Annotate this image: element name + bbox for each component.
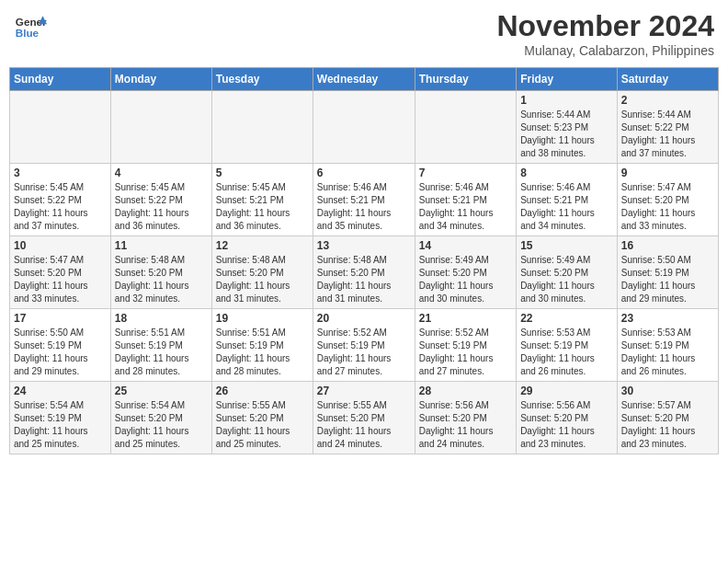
day-cell: 18Sunrise: 5:51 AM Sunset: 5:19 PM Dayli… <box>110 309 211 382</box>
day-cell: 16Sunrise: 5:50 AM Sunset: 5:19 PM Dayli… <box>617 236 718 309</box>
day-cell <box>110 91 211 164</box>
day-cell: 7Sunrise: 5:46 AM Sunset: 5:21 PM Daylig… <box>415 164 516 236</box>
day-number: 12 <box>216 239 309 252</box>
day-cell: 20Sunrise: 5:52 AM Sunset: 5:19 PM Dayli… <box>313 309 415 382</box>
day-info: Sunrise: 5:47 AM Sunset: 5:20 PM Dayligh… <box>14 254 107 305</box>
day-info: Sunrise: 5:56 AM Sunset: 5:20 PM Dayligh… <box>520 399 613 451</box>
day-info: Sunrise: 5:47 AM Sunset: 5:20 PM Dayligh… <box>621 181 714 233</box>
day-number: 14 <box>419 239 512 252</box>
day-cell: 2Sunrise: 5:44 AM Sunset: 5:22 PM Daylig… <box>617 91 718 164</box>
weekday-saturday: Saturday <box>617 68 718 91</box>
day-number: 26 <box>216 385 309 397</box>
day-number: 11 <box>115 239 208 252</box>
day-number: 28 <box>419 385 512 397</box>
svg-text:Blue: Blue <box>16 27 40 39</box>
day-number: 2 <box>621 94 714 107</box>
day-cell: 4Sunrise: 5:45 AM Sunset: 5:22 PM Daylig… <box>110 164 211 236</box>
day-info: Sunrise: 5:48 AM Sunset: 5:20 PM Dayligh… <box>317 254 411 305</box>
day-number: 29 <box>520 385 613 397</box>
day-info: Sunrise: 5:53 AM Sunset: 5:19 PM Dayligh… <box>520 327 613 378</box>
day-info: Sunrise: 5:52 AM Sunset: 5:19 PM Dayligh… <box>317 327 411 378</box>
weekday-sunday: Sunday <box>10 68 111 91</box>
day-info: Sunrise: 5:55 AM Sunset: 5:20 PM Dayligh… <box>216 399 309 451</box>
day-info: Sunrise: 5:55 AM Sunset: 5:20 PM Dayligh… <box>317 399 411 451</box>
page-header: General Blue November 2024 Mulanay, Cala… <box>9 9 719 58</box>
day-cell: 21Sunrise: 5:52 AM Sunset: 5:19 PM Dayli… <box>415 309 516 382</box>
day-number: 30 <box>621 385 714 397</box>
day-number: 7 <box>419 167 512 179</box>
day-cell: 22Sunrise: 5:53 AM Sunset: 5:19 PM Dayli… <box>517 309 618 382</box>
day-info: Sunrise: 5:45 AM Sunset: 5:22 PM Dayligh… <box>14 181 107 233</box>
day-info: Sunrise: 5:48 AM Sunset: 5:20 PM Dayligh… <box>115 254 208 305</box>
day-cell: 29Sunrise: 5:56 AM Sunset: 5:20 PM Dayli… <box>517 382 618 454</box>
day-number: 19 <box>216 312 309 325</box>
day-cell <box>211 91 313 164</box>
day-cell: 19Sunrise: 5:51 AM Sunset: 5:19 PM Dayli… <box>211 309 313 382</box>
day-number: 24 <box>14 385 107 397</box>
day-cell: 9Sunrise: 5:47 AM Sunset: 5:20 PM Daylig… <box>617 164 718 236</box>
week-row-3: 10Sunrise: 5:47 AM Sunset: 5:20 PM Dayli… <box>10 236 719 309</box>
day-cell: 25Sunrise: 5:54 AM Sunset: 5:20 PM Dayli… <box>110 382 211 454</box>
day-cell <box>313 91 415 164</box>
day-info: Sunrise: 5:54 AM Sunset: 5:19 PM Dayligh… <box>14 399 107 451</box>
day-cell: 24Sunrise: 5:54 AM Sunset: 5:19 PM Dayli… <box>10 382 111 454</box>
day-number: 22 <box>520 312 613 325</box>
day-info: Sunrise: 5:52 AM Sunset: 5:19 PM Dayligh… <box>419 327 512 378</box>
day-number: 3 <box>14 167 107 179</box>
day-info: Sunrise: 5:44 AM Sunset: 5:22 PM Dayligh… <box>621 109 714 160</box>
day-info: Sunrise: 5:50 AM Sunset: 5:19 PM Dayligh… <box>14 327 107 378</box>
day-number: 6 <box>317 167 411 179</box>
day-cell: 11Sunrise: 5:48 AM Sunset: 5:20 PM Dayli… <box>110 236 211 309</box>
weekday-monday: Monday <box>110 68 211 91</box>
day-info: Sunrise: 5:50 AM Sunset: 5:19 PM Dayligh… <box>621 254 714 305</box>
weekday-header-row: SundayMondayTuesdayWednesdayThursdayFrid… <box>10 68 719 91</box>
logo-icon: General Blue <box>14 9 47 42</box>
day-cell: 15Sunrise: 5:49 AM Sunset: 5:20 PM Dayli… <box>517 236 618 309</box>
day-info: Sunrise: 5:49 AM Sunset: 5:20 PM Dayligh… <box>419 254 512 305</box>
day-info: Sunrise: 5:51 AM Sunset: 5:19 PM Dayligh… <box>216 327 309 378</box>
week-row-5: 24Sunrise: 5:54 AM Sunset: 5:19 PM Dayli… <box>10 382 719 454</box>
day-info: Sunrise: 5:56 AM Sunset: 5:20 PM Dayligh… <box>419 399 512 451</box>
day-info: Sunrise: 5:45 AM Sunset: 5:21 PM Dayligh… <box>216 181 309 233</box>
day-number: 23 <box>621 312 714 325</box>
day-cell <box>10 91 111 164</box>
day-cell: 14Sunrise: 5:49 AM Sunset: 5:20 PM Dayli… <box>415 236 516 309</box>
logo: General Blue <box>14 9 47 42</box>
month-title: November 2024 <box>496 9 714 43</box>
day-cell: 17Sunrise: 5:50 AM Sunset: 5:19 PM Dayli… <box>10 309 111 382</box>
day-number: 25 <box>115 385 208 397</box>
day-info: Sunrise: 5:46 AM Sunset: 5:21 PM Dayligh… <box>419 181 512 233</box>
day-number: 20 <box>317 312 411 325</box>
location: Mulanay, Calabarzon, Philippines <box>496 43 714 58</box>
day-number: 5 <box>216 167 309 179</box>
title-block: November 2024 Mulanay, Calabarzon, Phili… <box>496 9 714 58</box>
day-number: 18 <box>115 312 208 325</box>
day-number: 1 <box>520 94 613 107</box>
day-info: Sunrise: 5:46 AM Sunset: 5:21 PM Dayligh… <box>317 181 411 233</box>
day-number: 9 <box>621 167 714 179</box>
day-number: 8 <box>520 167 613 179</box>
day-info: Sunrise: 5:51 AM Sunset: 5:19 PM Dayligh… <box>115 327 208 378</box>
day-number: 4 <box>115 167 208 179</box>
day-number: 10 <box>14 239 107 252</box>
day-info: Sunrise: 5:57 AM Sunset: 5:20 PM Dayligh… <box>621 399 714 451</box>
weekday-tuesday: Tuesday <box>211 68 313 91</box>
day-info: Sunrise: 5:48 AM Sunset: 5:20 PM Dayligh… <box>216 254 309 305</box>
day-cell: 23Sunrise: 5:53 AM Sunset: 5:19 PM Dayli… <box>617 309 718 382</box>
day-cell: 28Sunrise: 5:56 AM Sunset: 5:20 PM Dayli… <box>415 382 516 454</box>
day-info: Sunrise: 5:54 AM Sunset: 5:20 PM Dayligh… <box>115 399 208 451</box>
day-cell: 27Sunrise: 5:55 AM Sunset: 5:20 PM Dayli… <box>313 382 415 454</box>
day-cell: 13Sunrise: 5:48 AM Sunset: 5:20 PM Dayli… <box>313 236 415 309</box>
day-number: 21 <box>419 312 512 325</box>
day-cell: 5Sunrise: 5:45 AM Sunset: 5:21 PM Daylig… <box>211 164 313 236</box>
day-cell: 30Sunrise: 5:57 AM Sunset: 5:20 PM Dayli… <box>617 382 718 454</box>
day-info: Sunrise: 5:44 AM Sunset: 5:23 PM Dayligh… <box>520 109 613 160</box>
day-cell: 10Sunrise: 5:47 AM Sunset: 5:20 PM Dayli… <box>10 236 111 309</box>
week-row-1: 1Sunrise: 5:44 AM Sunset: 5:23 PM Daylig… <box>10 91 719 164</box>
day-info: Sunrise: 5:46 AM Sunset: 5:21 PM Dayligh… <box>520 181 613 233</box>
day-info: Sunrise: 5:53 AM Sunset: 5:19 PM Dayligh… <box>621 327 714 378</box>
calendar-table: SundayMondayTuesdayWednesdayThursdayFrid… <box>9 67 719 454</box>
day-info: Sunrise: 5:49 AM Sunset: 5:20 PM Dayligh… <box>520 254 613 305</box>
day-number: 13 <box>317 239 411 252</box>
day-info: Sunrise: 5:45 AM Sunset: 5:22 PM Dayligh… <box>115 181 208 233</box>
